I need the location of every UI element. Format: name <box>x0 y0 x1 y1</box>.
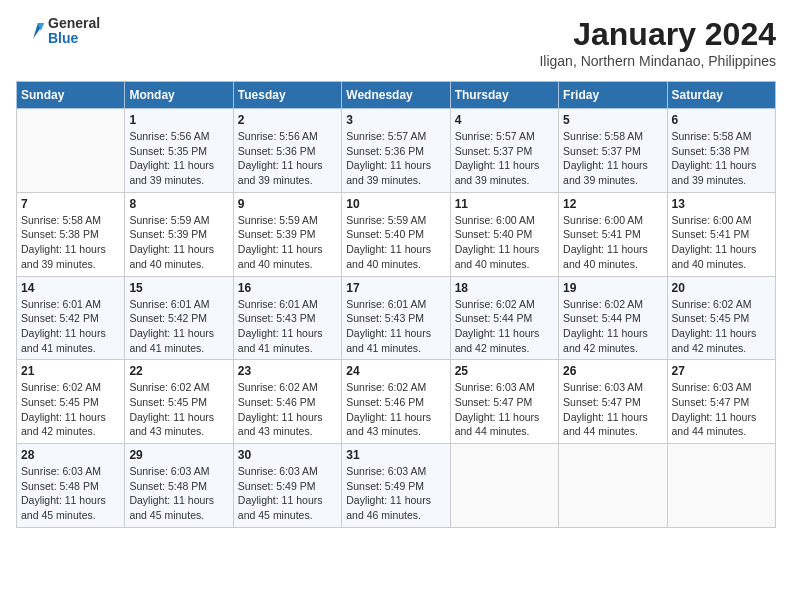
day-info: Sunrise: 5:59 AMSunset: 5:39 PMDaylight:… <box>238 213 337 272</box>
month-title: January 2024 <box>539 16 776 53</box>
day-info: Sunrise: 5:58 AMSunset: 5:37 PMDaylight:… <box>563 129 662 188</box>
day-info: Sunrise: 6:00 AMSunset: 5:40 PMDaylight:… <box>455 213 554 272</box>
calendar-cell: 13Sunrise: 6:00 AMSunset: 5:41 PMDayligh… <box>667 192 775 276</box>
day-number: 23 <box>238 364 337 378</box>
calendar-week-row: 7Sunrise: 5:58 AMSunset: 5:38 PMDaylight… <box>17 192 776 276</box>
day-number: 28 <box>21 448 120 462</box>
day-number: 26 <box>563 364 662 378</box>
day-info: Sunrise: 6:02 AMSunset: 5:45 PMDaylight:… <box>129 380 228 439</box>
calendar-cell: 17Sunrise: 6:01 AMSunset: 5:43 PMDayligh… <box>342 276 450 360</box>
day-number: 15 <box>129 281 228 295</box>
calendar-cell: 21Sunrise: 6:02 AMSunset: 5:45 PMDayligh… <box>17 360 125 444</box>
header-tuesday: Tuesday <box>233 82 341 109</box>
calendar-cell: 29Sunrise: 6:03 AMSunset: 5:48 PMDayligh… <box>125 444 233 528</box>
day-info: Sunrise: 6:02 AMSunset: 5:45 PMDaylight:… <box>672 297 771 356</box>
day-info: Sunrise: 6:02 AMSunset: 5:44 PMDaylight:… <box>455 297 554 356</box>
day-number: 11 <box>455 197 554 211</box>
calendar-cell: 4Sunrise: 5:57 AMSunset: 5:37 PMDaylight… <box>450 109 558 193</box>
day-info: Sunrise: 5:58 AMSunset: 5:38 PMDaylight:… <box>672 129 771 188</box>
calendar-cell: 3Sunrise: 5:57 AMSunset: 5:36 PMDaylight… <box>342 109 450 193</box>
day-number: 10 <box>346 197 445 211</box>
calendar-cell: 28Sunrise: 6:03 AMSunset: 5:48 PMDayligh… <box>17 444 125 528</box>
day-number: 30 <box>238 448 337 462</box>
day-info: Sunrise: 6:02 AMSunset: 5:46 PMDaylight:… <box>238 380 337 439</box>
day-info: Sunrise: 5:56 AMSunset: 5:36 PMDaylight:… <box>238 129 337 188</box>
day-number: 16 <box>238 281 337 295</box>
day-number: 31 <box>346 448 445 462</box>
day-info: Sunrise: 5:59 AMSunset: 5:39 PMDaylight:… <box>129 213 228 272</box>
day-number: 5 <box>563 113 662 127</box>
day-number: 22 <box>129 364 228 378</box>
day-number: 13 <box>672 197 771 211</box>
calendar-cell: 12Sunrise: 6:00 AMSunset: 5:41 PMDayligh… <box>559 192 667 276</box>
header-friday: Friday <box>559 82 667 109</box>
calendar-cell: 24Sunrise: 6:02 AMSunset: 5:46 PMDayligh… <box>342 360 450 444</box>
location: Iligan, Northern Mindanao, Philippines <box>539 53 776 69</box>
day-number: 29 <box>129 448 228 462</box>
calendar-cell: 15Sunrise: 6:01 AMSunset: 5:42 PMDayligh… <box>125 276 233 360</box>
day-info: Sunrise: 6:00 AMSunset: 5:41 PMDaylight:… <box>672 213 771 272</box>
calendar-cell <box>559 444 667 528</box>
day-number: 6 <box>672 113 771 127</box>
calendar-cell <box>17 109 125 193</box>
calendar-cell: 30Sunrise: 6:03 AMSunset: 5:49 PMDayligh… <box>233 444 341 528</box>
header-thursday: Thursday <box>450 82 558 109</box>
title-block: January 2024 Iligan, Northern Mindanao, … <box>539 16 776 69</box>
header-wednesday: Wednesday <box>342 82 450 109</box>
header-sunday: Sunday <box>17 82 125 109</box>
day-info: Sunrise: 6:02 AMSunset: 5:46 PMDaylight:… <box>346 380 445 439</box>
header-monday: Monday <box>125 82 233 109</box>
day-number: 8 <box>129 197 228 211</box>
calendar-week-row: 28Sunrise: 6:03 AMSunset: 5:48 PMDayligh… <box>17 444 776 528</box>
calendar-cell: 31Sunrise: 6:03 AMSunset: 5:49 PMDayligh… <box>342 444 450 528</box>
logo-text: General Blue <box>48 16 100 47</box>
day-info: Sunrise: 6:02 AMSunset: 5:45 PMDaylight:… <box>21 380 120 439</box>
calendar-cell: 10Sunrise: 5:59 AMSunset: 5:40 PMDayligh… <box>342 192 450 276</box>
calendar-week-row: 1Sunrise: 5:56 AMSunset: 5:35 PMDaylight… <box>17 109 776 193</box>
day-info: Sunrise: 5:59 AMSunset: 5:40 PMDaylight:… <box>346 213 445 272</box>
day-info: Sunrise: 6:00 AMSunset: 5:41 PMDaylight:… <box>563 213 662 272</box>
day-info: Sunrise: 5:56 AMSunset: 5:35 PMDaylight:… <box>129 129 228 188</box>
day-info: Sunrise: 6:03 AMSunset: 5:48 PMDaylight:… <box>129 464 228 523</box>
calendar-cell: 27Sunrise: 6:03 AMSunset: 5:47 PMDayligh… <box>667 360 775 444</box>
calendar-cell: 7Sunrise: 5:58 AMSunset: 5:38 PMDaylight… <box>17 192 125 276</box>
calendar-week-row: 14Sunrise: 6:01 AMSunset: 5:42 PMDayligh… <box>17 276 776 360</box>
calendar-week-row: 21Sunrise: 6:02 AMSunset: 5:45 PMDayligh… <box>17 360 776 444</box>
day-info: Sunrise: 6:03 AMSunset: 5:48 PMDaylight:… <box>21 464 120 523</box>
header-saturday: Saturday <box>667 82 775 109</box>
day-info: Sunrise: 5:57 AMSunset: 5:36 PMDaylight:… <box>346 129 445 188</box>
day-info: Sunrise: 6:03 AMSunset: 5:47 PMDaylight:… <box>455 380 554 439</box>
day-info: Sunrise: 6:03 AMSunset: 5:47 PMDaylight:… <box>563 380 662 439</box>
day-number: 24 <box>346 364 445 378</box>
day-number: 27 <box>672 364 771 378</box>
day-number: 21 <box>21 364 120 378</box>
calendar-cell: 26Sunrise: 6:03 AMSunset: 5:47 PMDayligh… <box>559 360 667 444</box>
calendar-cell: 1Sunrise: 5:56 AMSunset: 5:35 PMDaylight… <box>125 109 233 193</box>
day-number: 1 <box>129 113 228 127</box>
calendar-header-row: SundayMondayTuesdayWednesdayThursdayFrid… <box>17 82 776 109</box>
calendar-cell: 8Sunrise: 5:59 AMSunset: 5:39 PMDaylight… <box>125 192 233 276</box>
logo-icon <box>16 17 44 45</box>
day-info: Sunrise: 6:01 AMSunset: 5:42 PMDaylight:… <box>21 297 120 356</box>
day-number: 3 <box>346 113 445 127</box>
day-number: 12 <box>563 197 662 211</box>
day-info: Sunrise: 6:03 AMSunset: 5:47 PMDaylight:… <box>672 380 771 439</box>
calendar-cell <box>450 444 558 528</box>
day-info: Sunrise: 5:57 AMSunset: 5:37 PMDaylight:… <box>455 129 554 188</box>
calendar-cell: 16Sunrise: 6:01 AMSunset: 5:43 PMDayligh… <box>233 276 341 360</box>
day-number: 17 <box>346 281 445 295</box>
calendar-cell: 22Sunrise: 6:02 AMSunset: 5:45 PMDayligh… <box>125 360 233 444</box>
logo: General Blue <box>16 16 100 47</box>
calendar-table: SundayMondayTuesdayWednesdayThursdayFrid… <box>16 81 776 528</box>
calendar-cell: 2Sunrise: 5:56 AMSunset: 5:36 PMDaylight… <box>233 109 341 193</box>
calendar-cell: 20Sunrise: 6:02 AMSunset: 5:45 PMDayligh… <box>667 276 775 360</box>
day-number: 18 <box>455 281 554 295</box>
day-info: Sunrise: 6:01 AMSunset: 5:42 PMDaylight:… <box>129 297 228 356</box>
calendar-cell: 19Sunrise: 6:02 AMSunset: 5:44 PMDayligh… <box>559 276 667 360</box>
calendar-cell: 23Sunrise: 6:02 AMSunset: 5:46 PMDayligh… <box>233 360 341 444</box>
calendar-cell: 25Sunrise: 6:03 AMSunset: 5:47 PMDayligh… <box>450 360 558 444</box>
logo-general: General <box>48 16 100 31</box>
calendar-cell: 9Sunrise: 5:59 AMSunset: 5:39 PMDaylight… <box>233 192 341 276</box>
day-number: 19 <box>563 281 662 295</box>
calendar-cell: 11Sunrise: 6:00 AMSunset: 5:40 PMDayligh… <box>450 192 558 276</box>
